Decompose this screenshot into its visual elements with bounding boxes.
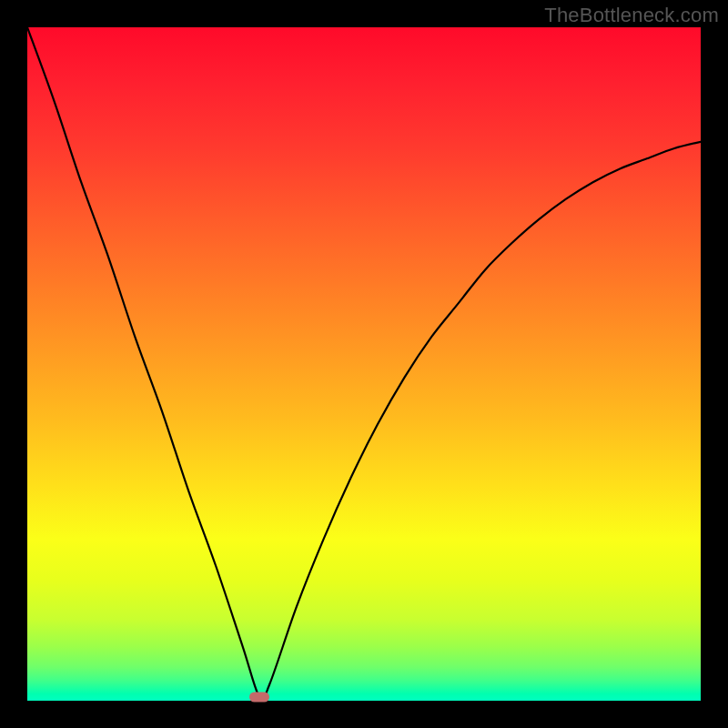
bottleneck-curve: [27, 27, 701, 701]
attribution-text: TheBottleneck.com: [544, 4, 719, 27]
plot-area: [27, 27, 701, 701]
chart-frame: TheBottleneck.com: [0, 0, 728, 728]
optimum-marker: [249, 693, 269, 703]
